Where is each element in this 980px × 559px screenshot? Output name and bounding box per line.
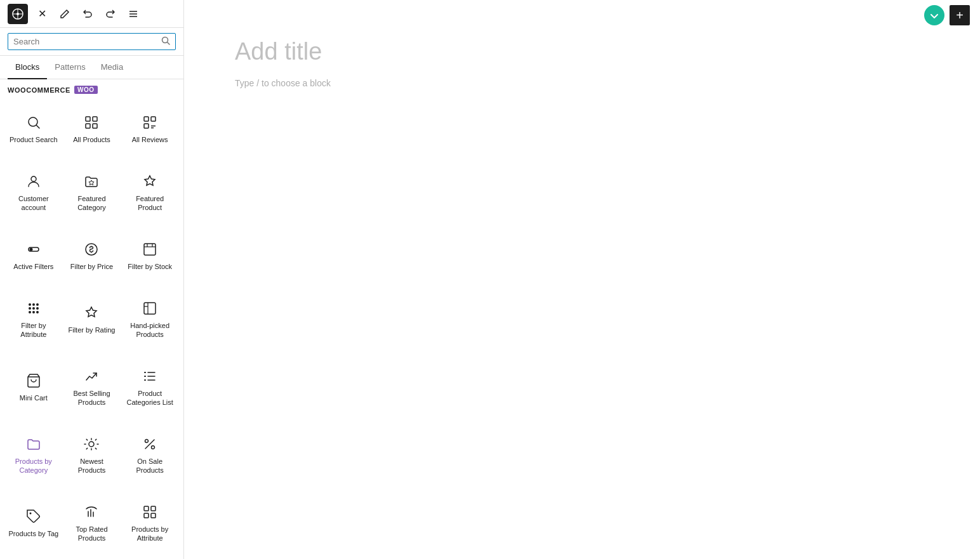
block-label-on-sale-products: On Sale Products [124,457,176,475]
close-icon[interactable]: ✕ [33,5,51,23]
block-item-product-search[interactable]: Product Search [5,100,62,158]
block-item-products-by-category[interactable]: Products by Category [5,422,62,489]
sidebar: ✕ Blocks Patterns Media WOOCOMMERCE WOO [0,0,184,559]
block-item-all-reviews[interactable]: All Reviews [121,100,178,158]
svg-point-9 [29,117,37,126]
block-label-products-by-attribute: Products by Attribute [124,525,176,543]
block-type-placeholder[interactable]: Type / to choose a block [235,78,929,88]
wp-logo[interactable] [8,4,28,24]
mini-cart-icon [25,372,43,390]
filter-by-rating-icon [83,304,100,322]
svg-point-44 [89,442,94,447]
block-item-top-rated-products[interactable]: Top Rated Products [63,490,121,556]
blocks-grid: Product Search All Products All Reviews … [0,98,183,559]
block-label-active-filters: Active Filters [13,262,53,271]
block-item-products-by-attribute[interactable]: Products by Attribute [121,490,178,556]
undo-icon[interactable] [79,5,96,23]
svg-point-20 [31,176,36,181]
customer-account-icon [25,173,43,190]
svg-rect-49 [144,506,149,511]
block-item-newest-products[interactable]: Newest Products [63,422,121,489]
svg-point-46 [145,440,149,443]
products-by-attribute-icon [141,503,159,521]
block-label-hand-picked-products: Hand-picked Products [124,321,176,339]
block-label-filter-by-attribute: Filter by Attribute [8,321,60,339]
svg-rect-34 [144,303,156,314]
featured-category-icon [83,173,100,190]
block-item-customer-account[interactable]: Customer account [5,159,62,226]
filter-by-attribute-icon [25,299,43,317]
tab-patterns[interactable]: Patterns [47,56,93,79]
product-search-icon [25,114,43,131]
filter-by-stock-icon [141,240,159,258]
block-item-active-filters[interactable]: Active Filters [5,227,62,285]
tab-blocks[interactable]: Blocks [8,56,47,79]
svg-line-10 [36,126,39,129]
woocommerce-label: WOOCOMMERCE WOO [0,79,183,98]
block-item-best-selling-products[interactable]: Best Selling Products [63,354,121,421]
block-item-filter-by-stock[interactable]: Filter by Stock [121,227,178,285]
search-input[interactable] [13,37,157,46]
block-label-all-products: All Products [73,135,110,144]
top-toolbar: ✕ [0,0,183,28]
block-label-newest-products: Newest Products [66,457,118,475]
all-products-icon [83,114,100,131]
pencil-icon[interactable] [56,5,74,23]
search-box [8,33,176,50]
block-label-featured-category: Featured Category [66,194,118,213]
block-label-filter-by-price: Filter by Price [70,262,113,271]
block-item-all-products[interactable]: All Products [63,100,121,158]
products-by-tag-icon [25,508,43,525]
best-selling-products-icon [83,367,100,385]
all-reviews-icon [141,114,159,131]
main-content: Add title Type / to choose a block + [184,0,980,559]
block-label-best-selling-products: Best Selling Products [66,389,118,407]
top-rated-products-icon [83,503,100,521]
svg-point-26 [32,303,35,306]
menu-icon[interactable] [124,5,142,23]
svg-rect-13 [86,124,90,128]
block-item-products-by-tag[interactable]: Products by Tag [5,490,62,556]
redo-icon[interactable] [102,5,119,23]
svg-point-33 [36,311,39,313]
block-item-product-categories-list[interactable]: Product Categories List [121,354,178,421]
block-item-filter-by-attribute[interactable]: Filter by Attribute [5,286,62,353]
svg-point-22 [29,248,32,251]
product-categories-list-icon [141,367,159,385]
svg-point-47 [152,446,155,449]
block-label-products-by-category: Products by Category [8,457,60,475]
block-label-filter-by-rating: Filter by Rating [69,326,116,334]
block-item-filter-by-rating[interactable]: Filter by Rating [63,286,121,353]
active-filters-icon [25,240,43,258]
svg-rect-52 [151,513,156,518]
search-icon[interactable] [161,36,170,47]
add-block-button[interactable]: + [950,5,970,25]
svg-point-25 [29,303,31,306]
svg-rect-11 [86,117,90,121]
block-item-mini-cart[interactable]: Mini Cart [5,354,62,421]
svg-point-48 [29,513,31,515]
svg-point-32 [32,311,35,313]
block-item-featured-product[interactable]: Featured Product [121,159,178,226]
filter-by-price-icon [83,240,100,258]
svg-point-28 [29,307,31,310]
svg-rect-50 [151,506,156,511]
svg-rect-17 [144,124,149,128]
block-item-featured-category[interactable]: Featured Category [63,159,121,226]
block-item-on-sale-products[interactable]: On Sale Products [121,422,178,489]
tabs: Blocks Patterns Media [0,56,183,79]
user-avatar[interactable] [924,5,944,25]
block-label-featured-product: Featured Product [124,194,176,213]
svg-point-30 [36,307,39,310]
block-item-filter-by-price[interactable]: Filter by Price [63,227,121,285]
block-label-mini-cart: Mini Cart [20,393,48,402]
block-label-product-search: Product Search [10,135,58,144]
block-item-hand-picked-products[interactable]: Hand-picked Products [121,286,178,353]
hand-picked-products-icon [141,299,159,317]
tab-media[interactable]: Media [93,56,131,79]
products-by-category-icon [25,435,43,453]
block-label-filter-by-stock: Filter by Stock [128,262,172,271]
page-title[interactable]: Add title [235,38,929,65]
top-right-toolbar: + [924,5,970,25]
on-sale-products-icon [141,435,159,453]
